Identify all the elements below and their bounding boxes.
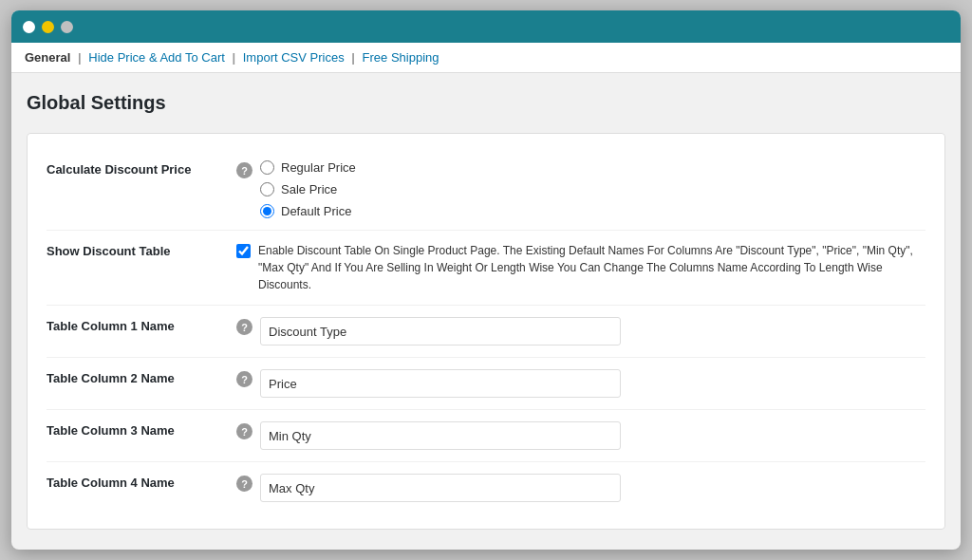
column1-help-icon[interactable]: ? bbox=[236, 319, 252, 335]
column4-label: Table Column 4 Name bbox=[47, 474, 236, 490]
column1-field: ? bbox=[236, 317, 925, 345]
radio-default-price-label: Default Price bbox=[281, 204, 351, 218]
show-discount-table-control: Enable Discount Table On Single Product … bbox=[236, 242, 925, 293]
radio-sale-price[interactable]: Sale Price bbox=[260, 182, 925, 196]
column1-label: Table Column 1 Name bbox=[47, 317, 236, 333]
page-title: Global Settings bbox=[27, 92, 945, 114]
column2-input[interactable] bbox=[260, 369, 621, 398]
calculate-discount-help-icon[interactable]: ? bbox=[236, 162, 252, 178]
column2-label: Table Column 2 Name bbox=[47, 369, 236, 385]
nav-separator-3: | bbox=[351, 50, 355, 65]
nav-link-import-csv[interactable]: Import CSV Prices bbox=[243, 50, 345, 65]
show-discount-table-row: Show Discount Table Enable Discount Tabl… bbox=[47, 231, 925, 306]
radio-sale-price-label: Sale Price bbox=[281, 182, 337, 196]
radio-default-price-input[interactable] bbox=[260, 204, 274, 218]
radio-regular-price-input[interactable] bbox=[260, 160, 274, 175]
column4-field: ? bbox=[236, 474, 925, 502]
column2-field: ? bbox=[236, 369, 925, 398]
column2-help-icon[interactable]: ? bbox=[236, 371, 252, 387]
column3-help-icon[interactable]: ? bbox=[236, 423, 252, 439]
calculate-discount-field: ? Regular Price Sale Price bbox=[236, 160, 925, 218]
form-section: Calculate Discount Price ? Regular Price… bbox=[27, 133, 945, 530]
show-discount-table-checkbox[interactable] bbox=[236, 244, 251, 258]
nav-link-hide-price[interactable]: Hide Price & Add To Cart bbox=[88, 50, 225, 65]
column3-label: Table Column 3 Name bbox=[47, 421, 236, 438]
show-discount-table-label: Show Discount Table bbox=[47, 242, 236, 258]
column4-help-icon[interactable]: ? bbox=[236, 476, 252, 492]
radio-default-price[interactable]: Default Price bbox=[260, 204, 925, 218]
close-button[interactable] bbox=[23, 21, 35, 33]
radio-regular-price[interactable]: Regular Price bbox=[260, 160, 925, 175]
column1-input[interactable] bbox=[260, 317, 621, 345]
main-content: Global Settings Calculate Discount Price… bbox=[11, 73, 961, 549]
show-discount-table-checkbox-label: Enable Discount Table On Single Product … bbox=[258, 242, 925, 293]
column4-row: Table Column 4 Name ? bbox=[47, 462, 925, 513]
minimize-button[interactable] bbox=[42, 21, 54, 33]
nav-separator-2: | bbox=[232, 50, 235, 65]
app-window: General | Hide Price & Add To Cart | Imp… bbox=[11, 10, 961, 550]
column3-row: Table Column 3 Name ? bbox=[47, 410, 925, 462]
main-content-area: General | Hide Price & Add To Cart | Imp… bbox=[11, 43, 961, 550]
calculate-discount-options: Regular Price Sale Price Default Price bbox=[260, 160, 925, 218]
column3-field: ? bbox=[236, 421, 925, 450]
column1-row: Table Column 1 Name ? bbox=[47, 306, 925, 358]
column4-input[interactable] bbox=[260, 474, 621, 502]
calculate-discount-row: Calculate Discount Price ? Regular Price… bbox=[47, 149, 925, 231]
titlebar bbox=[11, 10, 961, 43]
nav-link-free-shipping[interactable]: Free Shipping bbox=[363, 50, 439, 65]
nav-bar: General | Hide Price & Add To Cart | Imp… bbox=[11, 43, 961, 73]
column2-row: Table Column 2 Name ? bbox=[47, 358, 925, 410]
maximize-button[interactable] bbox=[61, 21, 73, 33]
radio-sale-price-input[interactable] bbox=[260, 182, 274, 196]
nav-separator-1: | bbox=[78, 50, 84, 65]
show-discount-table-checkbox-row: Enable Discount Table On Single Product … bbox=[236, 242, 925, 293]
nav-active-item: General bbox=[25, 50, 70, 65]
column3-input[interactable] bbox=[260, 421, 621, 450]
radio-regular-price-label: Regular Price bbox=[281, 160, 356, 175]
calculate-discount-label: Calculate Discount Price bbox=[47, 160, 236, 177]
